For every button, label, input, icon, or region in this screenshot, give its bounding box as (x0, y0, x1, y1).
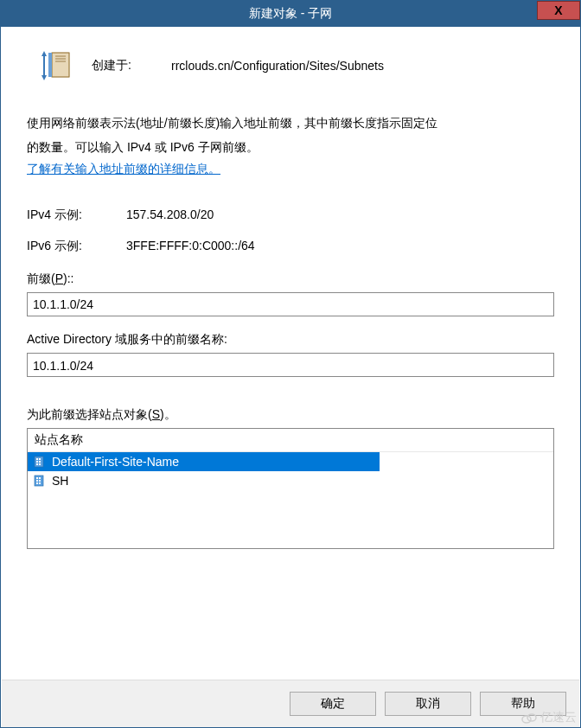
learn-more-link[interactable]: 了解有关输入地址前缀的详细信息。 (27, 162, 220, 177)
created-in-label: 创建于: (92, 58, 161, 73)
ipv6-example-label: IPv6 示例: (27, 239, 126, 254)
cancel-button[interactable]: 取消 (385, 692, 471, 716)
titlebar: 新建对象 - 子网 X (1, 1, 580, 27)
prefix-input[interactable] (27, 292, 554, 316)
svg-rect-15 (39, 463, 41, 465)
svg-rect-13 (39, 461, 41, 463)
ipv6-example-value: 3FFE:FFFF:0:C000::/64 (126, 239, 255, 254)
close-button[interactable]: X (537, 1, 580, 20)
svg-rect-10 (36, 458, 38, 460)
ipv6-example-row: IPv6 示例: 3FFE:FFFF:0:C000::/64 (27, 239, 554, 254)
site-name: Default-First-Site-Name (52, 455, 179, 469)
ad-prefix-label: Active Directory 域服务中的前缀名称: (27, 332, 554, 348)
dialog-content: 创建于: rrclouds.cn/Configuration/Sites/Sub… (1, 27, 580, 549)
button-bar: 确定 取消 帮助 (2, 680, 579, 727)
svg-rect-11 (39, 458, 41, 460)
svg-rect-17 (36, 477, 38, 479)
description-line1: 使用网络前缀表示法(地址/前缀长度)输入地址前缀，其中前缀长度指示固定位 (27, 113, 554, 134)
svg-rect-12 (36, 461, 38, 463)
ipv4-example-row: IPv4 示例: 157.54.208.0/20 (27, 208, 554, 223)
svg-rect-5 (48, 53, 52, 77)
site-icon (33, 455, 47, 469)
subnet-icon (40, 48, 74, 83)
created-in-path: rrclouds.cn/Configuration/Sites/Subnets (171, 59, 384, 73)
help-button[interactable]: 帮助 (480, 692, 566, 716)
svg-rect-22 (39, 482, 41, 484)
site-icon (33, 474, 47, 488)
dialog-window: 新建对象 - 子网 X 创建于: rrclouds.cn (0, 0, 581, 728)
ok-button[interactable]: 确定 (290, 692, 376, 716)
window-title: 新建对象 - 子网 (249, 6, 332, 22)
prefix-label: 前缀(P):: (27, 271, 554, 287)
description-line2: 的数量。可以输入 IPv4 或 IPv6 子网前缀。 (27, 137, 554, 158)
site-select-label: 为此前缀选择站点对象(S)。 (27, 407, 554, 423)
svg-rect-19 (36, 480, 38, 482)
site-column-header[interactable]: 站点名称 (28, 429, 553, 452)
site-name: SH (52, 474, 68, 488)
svg-rect-20 (39, 480, 41, 482)
site-row[interactable]: SH (28, 471, 553, 490)
svg-marker-7 (42, 51, 47, 56)
ipv4-example-label: IPv4 示例: (27, 208, 126, 223)
close-icon: X (554, 3, 562, 17)
svg-rect-18 (39, 477, 41, 479)
svg-marker-8 (42, 75, 47, 80)
site-listbox[interactable]: 站点名称 Default-First-Site-NameSH (27, 428, 554, 549)
site-row[interactable]: Default-First-Site-Name (28, 452, 380, 471)
svg-rect-14 (36, 463, 38, 465)
svg-rect-21 (36, 482, 38, 484)
header-row: 创建于: rrclouds.cn/Configuration/Sites/Sub… (27, 48, 554, 83)
ad-prefix-display: 10.1.1.0/24 (27, 353, 554, 377)
ipv4-example-value: 157.54.208.0/20 (126, 208, 214, 223)
